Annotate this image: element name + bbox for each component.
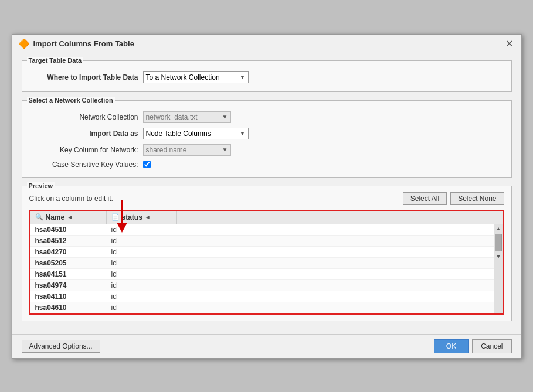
ok-button[interactable]: OK xyxy=(434,339,469,353)
cancel-button[interactable]: Cancel xyxy=(472,339,511,353)
svg-marker-1 xyxy=(117,223,127,233)
target-section: Target Table Data Where to Import Table … xyxy=(22,60,512,92)
where-to-import-dropdown[interactable]: To a Network Collection ▼ xyxy=(143,71,249,83)
table-row[interactable]: hsa05205id xyxy=(30,258,494,269)
case-sensitive-label: Case Sensitive Key Values: xyxy=(32,161,143,169)
where-to-import-value: To a Network Collection xyxy=(146,73,237,81)
table-header: 🔍 Name ◄ 📄 status ◄ xyxy=(30,211,503,224)
collection-arrow: ▼ xyxy=(222,114,228,120)
network-section-title: Select a Network Collection xyxy=(27,97,115,104)
preview-buttons: Select All Select None xyxy=(403,192,504,205)
cell-status: id xyxy=(107,280,177,291)
cell-name: hsa04151 xyxy=(30,269,107,279)
key-column-label: Key Column for Network: xyxy=(32,146,143,154)
scroll-down-button[interactable]: ▼ xyxy=(496,253,501,261)
cell-status: id xyxy=(107,269,177,279)
scroll-thumb[interactable] xyxy=(495,234,502,251)
cell-name: hsa04110 xyxy=(30,291,107,302)
cell-name: hsa04512 xyxy=(30,236,107,246)
preview-section-title: Preview xyxy=(27,182,55,189)
where-to-import-label: Where to Import Table Data xyxy=(32,73,143,81)
title-bar-left: 🔶 Import Columns From Table xyxy=(18,38,134,49)
import-as-row: Import Data as Node Table Columns ▼ xyxy=(32,128,502,139)
dialog-icon: 🔶 xyxy=(18,38,30,49)
scroll-up-button[interactable]: ▲ xyxy=(496,224,501,233)
col-name-label: Name xyxy=(46,213,65,221)
preview-top-row: Click on a column to edit it. Select All… xyxy=(29,192,504,205)
key-column-arrow: ▼ xyxy=(222,146,228,153)
cell-name: hsa04610 xyxy=(30,302,107,313)
col-header-name[interactable]: 🔍 Name ◄ xyxy=(30,211,107,224)
table-row[interactable]: hsa04151id xyxy=(30,269,494,280)
dialog-body: Target Table Data Where to Import Table … xyxy=(12,53,521,334)
cell-status: id xyxy=(107,247,177,257)
cell-status: id xyxy=(107,291,177,302)
cell-name: hsa04974 xyxy=(30,280,107,291)
cell-name: hsa04270 xyxy=(30,247,107,257)
network-section: Select a Network Collection Network Coll… xyxy=(22,100,512,178)
title-bar: 🔶 Import Columns From Table ✕ xyxy=(12,35,521,53)
status-col-arrow: ◄ xyxy=(145,214,151,220)
close-button[interactable]: ✕ xyxy=(503,38,515,49)
cell-name: hsa05205 xyxy=(30,258,107,268)
preview-table: 🔍 Name ◄ 📄 status ◄ hsa04510idhsa04512id… xyxy=(29,210,504,315)
table-row[interactable]: hsa04270id xyxy=(30,247,494,258)
import-as-arrow: ▼ xyxy=(240,130,246,137)
select-all-button[interactable]: Select All xyxy=(403,192,447,205)
table-body-wrap: hsa04510idhsa04512idhsa04270idhsa05205id… xyxy=(30,224,494,313)
preview-section: Preview Click on a column to edit it. Se… xyxy=(22,186,512,321)
cell-status: id xyxy=(107,258,177,268)
target-section-title: Target Table Data xyxy=(27,57,84,64)
table-scrollbar[interactable]: ▲ ▼ xyxy=(494,224,503,313)
table-body: hsa04510idhsa04512idhsa04270idhsa05205id… xyxy=(30,224,494,313)
import-as-dropdown[interactable]: Node Table Columns ▼ xyxy=(143,128,249,139)
ok-cancel-area: OK Cancel xyxy=(434,339,512,353)
preview-hint: Click on a column to edit it. xyxy=(29,195,113,203)
name-col-arrow: ◄ xyxy=(67,214,73,220)
cell-name: hsa04510 xyxy=(30,224,107,235)
bottom-bar: Advanced Options... OK Cancel xyxy=(12,334,521,358)
case-sensitive-checkbox-area xyxy=(143,161,151,168)
table-row[interactable]: hsa04510id xyxy=(30,224,494,236)
case-sensitive-checkbox[interactable] xyxy=(143,161,151,168)
where-to-import-arrow: ▼ xyxy=(240,74,246,80)
table-row[interactable]: hsa04974id xyxy=(30,280,494,291)
collection-dropdown[interactable]: network_data.txt ▼ xyxy=(143,111,231,123)
table-with-scroll: hsa04510idhsa04512idhsa04270idhsa05205id… xyxy=(30,224,503,313)
case-sensitive-row: Case Sensitive Key Values: xyxy=(32,161,502,169)
import-as-label: Import Data as xyxy=(32,129,143,138)
dialog-title: Import Columns From Table xyxy=(33,39,134,48)
import-dialog: 🔶 Import Columns From Table ✕ Target Tab… xyxy=(12,34,522,359)
arrow-indicator xyxy=(113,200,131,234)
cell-status: id xyxy=(107,236,177,246)
import-as-value: Node Table Columns xyxy=(146,129,237,138)
key-column-dropdown[interactable]: shared name ▼ xyxy=(143,144,231,156)
cell-status: id xyxy=(107,302,177,313)
table-row[interactable]: hsa04110id xyxy=(30,291,494,302)
name-col-icon: 🔍 xyxy=(35,213,43,221)
table-row[interactable]: hsa04512id xyxy=(30,236,494,247)
collection-row: Network Collection network_data.txt ▼ xyxy=(32,111,502,123)
where-to-import-row: Where to Import Table Data To a Network … xyxy=(32,71,502,83)
advanced-options-button[interactable]: Advanced Options... xyxy=(22,340,100,353)
collection-label: Network Collection xyxy=(32,113,143,121)
select-none-button[interactable]: Select None xyxy=(450,192,504,205)
key-column-value: shared name xyxy=(146,146,220,154)
key-column-row: Key Column for Network: shared name ▼ xyxy=(32,144,502,156)
collection-value: network_data.txt xyxy=(146,113,220,121)
table-row[interactable]: hsa04610id xyxy=(30,302,494,313)
